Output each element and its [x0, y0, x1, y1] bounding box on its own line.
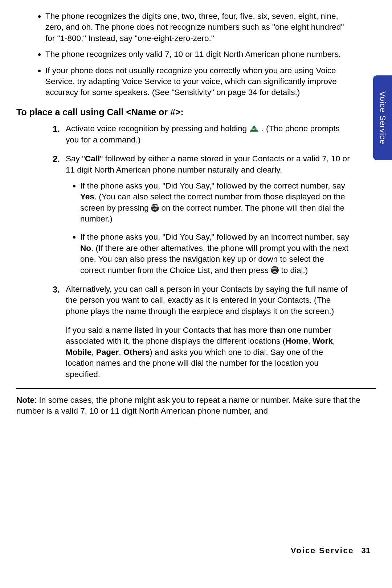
bullet-item: The phone recognizes only valid 7, 10 or… — [45, 49, 376, 60]
intro-bullets: The phone recognizes the digits one, two… — [16, 11, 376, 98]
step-text: " followed by either a name stored in yo… — [66, 154, 350, 174]
step-text: Activate voice recognition by pressing a… — [66, 124, 249, 133]
bold-home: Home — [285, 336, 308, 345]
text: If the phone asks you, "Did You Say," fo… — [80, 232, 349, 241]
step-number: 3. — [53, 284, 60, 295]
bold-mobile: Mobile — [66, 348, 91, 357]
bold-work: Work — [313, 336, 333, 345]
page-body: The phone recognizes the digits one, two… — [0, 0, 392, 417]
bold-call: Call — [85, 154, 100, 163]
menu-ok-icon: MENUOK — [151, 204, 159, 212]
step-number: 2. — [53, 153, 60, 165]
note-label: Note — [16, 396, 34, 405]
bold-yes: Yes — [80, 192, 94, 201]
bold-pager: Pager — [96, 348, 119, 357]
sub-bullet: If the phone asks you, "Did You Say," fo… — [80, 232, 350, 276]
step-3-para-1: Alternatively, you can call a person in … — [66, 284, 350, 317]
step-text: Say " — [66, 154, 85, 163]
bullet-item: The phone recognizes the digits one, two… — [45, 11, 376, 44]
side-tab: Voice Service — [373, 75, 392, 160]
sub-bullet: If the phone asks you, "Did You Say," fo… — [80, 181, 350, 225]
bold-others: Others — [123, 348, 150, 357]
step-3-para-2: If you said a name listed in your Contac… — [66, 325, 350, 380]
bold-no: No — [80, 244, 91, 253]
footer-section: Voice Service — [291, 546, 354, 555]
talk-key-icon: TALK — [249, 124, 259, 132]
text: . (If there are other alternatives, the … — [80, 244, 348, 275]
text: to dial.) — [281, 266, 308, 275]
page-footer: Voice Service 31 — [291, 545, 370, 556]
step-2: 2. Say "Call" followed by either a name … — [53, 153, 350, 276]
step-number: 1. — [53, 123, 60, 135]
footer-page-number: 31 — [362, 546, 370, 555]
step-1: 1. Activate voice recognition by pressin… — [53, 123, 350, 145]
text: If the phone asks you, "Did You Say," fo… — [80, 181, 345, 190]
section-heading: To place a call using Call <Name or #>: — [16, 106, 376, 119]
step-2-sub-bullets: If the phone asks you, "Did You Say," fo… — [66, 181, 350, 276]
svg-text:TALK: TALK — [251, 128, 257, 131]
step-3: 3. Alternatively, you can call a person … — [53, 284, 350, 380]
note-text: : In some cases, the phone might ask you… — [16, 396, 360, 415]
steps-list: 1. Activate voice recognition by pressin… — [16, 123, 376, 380]
menu-ok-icon: MENUOK — [271, 266, 279, 274]
note-block: Note: In some cases, the phone might ask… — [16, 395, 376, 417]
side-tab-label: Voice Service — [377, 91, 388, 144]
bullet-item: If your phone does not usually recognize… — [45, 65, 376, 98]
note-separator — [16, 388, 376, 389]
